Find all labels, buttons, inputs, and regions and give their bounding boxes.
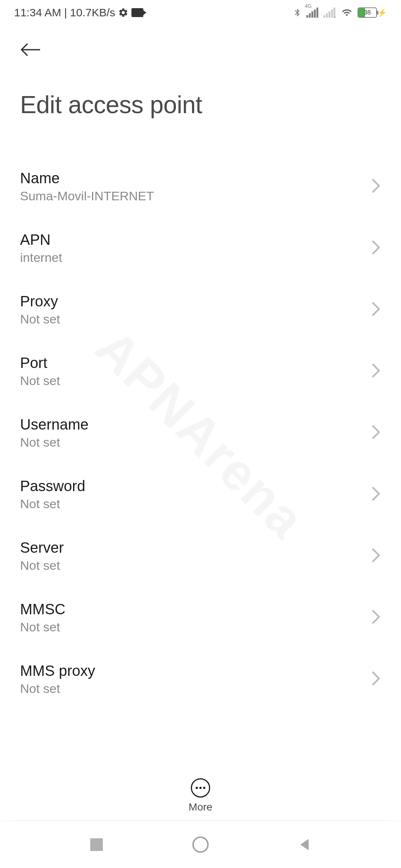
wifi-icon xyxy=(340,7,353,18)
chevron-right-icon xyxy=(371,239,381,257)
settings-list: Name Suma-Movil-INTERNET APN internet Pr… xyxy=(0,156,401,710)
bluetooth-icon xyxy=(293,7,302,19)
status-time: 11:34 AM xyxy=(14,6,61,19)
setting-value: Not set xyxy=(20,620,371,634)
setting-value: Not set xyxy=(20,312,371,326)
chevron-right-icon xyxy=(371,547,381,565)
chevron-right-icon xyxy=(371,362,381,380)
circle-icon xyxy=(192,836,209,853)
setting-row-server[interactable]: Server Not set xyxy=(0,525,401,587)
setting-label: MMS proxy xyxy=(20,662,371,679)
battery-indicator: 38 ⚡ xyxy=(358,7,387,18)
setting-label: MMSC xyxy=(20,601,371,618)
back-button[interactable] xyxy=(20,39,42,61)
chevron-right-icon xyxy=(371,301,381,319)
nav-recent-button[interactable] xyxy=(87,835,106,854)
gear-icon xyxy=(118,7,128,18)
page-title: Edit access point xyxy=(20,91,381,119)
setting-row-password[interactable]: Password Not set xyxy=(0,464,401,525)
svg-rect-8 xyxy=(331,10,333,18)
status-separator: | xyxy=(64,6,67,19)
setting-row-mmsc[interactable]: MMSC Not set xyxy=(0,587,401,648)
svg-marker-12 xyxy=(300,839,309,850)
setting-value: Not set xyxy=(20,435,371,450)
setting-value: Not set xyxy=(20,497,371,511)
svg-rect-6 xyxy=(326,13,328,18)
setting-row-apn[interactable]: APN internet xyxy=(0,217,401,279)
more-button[interactable]: More xyxy=(189,778,212,813)
charging-icon: ⚡ xyxy=(378,8,387,17)
signal-icon-2: ✕ xyxy=(323,7,336,18)
svg-rect-2 xyxy=(312,11,313,18)
svg-text:✕: ✕ xyxy=(333,16,336,18)
status-bar: 11:34 AM | 10.7KB/s 4G ✕ xyxy=(0,0,401,25)
camera-icon xyxy=(131,8,143,17)
setting-value: Not set xyxy=(20,558,371,573)
svg-rect-3 xyxy=(314,10,316,18)
more-label: More xyxy=(189,801,212,813)
setting-row-mms-proxy[interactable]: MMS proxy Not set xyxy=(0,648,401,710)
square-icon xyxy=(90,838,103,851)
nav-home-button[interactable] xyxy=(191,835,210,854)
svg-rect-5 xyxy=(323,15,325,18)
chevron-right-icon xyxy=(371,486,381,503)
chevron-right-icon xyxy=(371,178,381,195)
chevron-right-icon xyxy=(371,424,381,442)
chevron-right-icon xyxy=(371,609,381,627)
chevron-right-icon xyxy=(371,670,381,688)
setting-label: APN xyxy=(20,231,371,248)
setting-label: Proxy xyxy=(20,293,371,310)
setting-label: Password xyxy=(20,478,371,494)
setting-value: Not set xyxy=(20,681,371,696)
nav-bar xyxy=(0,821,401,868)
setting-label: Port xyxy=(20,355,371,371)
setting-label: Server xyxy=(20,539,371,556)
svg-rect-1 xyxy=(309,13,311,18)
setting-row-port[interactable]: Port Not set xyxy=(0,341,401,402)
triangle-icon xyxy=(297,838,312,852)
setting-value: Suma-Movil-INTERNET xyxy=(20,189,371,203)
svg-rect-7 xyxy=(329,11,330,18)
setting-row-name[interactable]: Name Suma-Movil-INTERNET xyxy=(0,156,401,217)
signal-icon-1: 4G xyxy=(306,7,319,18)
bottom-toolbar: More xyxy=(0,771,401,821)
setting-row-proxy[interactable]: Proxy Not set xyxy=(0,279,401,341)
setting-value: internet xyxy=(20,250,371,265)
setting-value: Not set xyxy=(20,374,371,388)
svg-rect-4 xyxy=(316,7,318,17)
more-icon xyxy=(191,778,210,798)
setting-label: Username xyxy=(20,416,371,433)
setting-row-username[interactable]: Username Not set xyxy=(0,402,401,464)
status-data-speed: 10.7KB/s xyxy=(70,6,115,19)
svg-rect-0 xyxy=(306,15,308,18)
nav-back-button[interactable] xyxy=(295,835,314,854)
setting-label: Name xyxy=(20,170,371,187)
